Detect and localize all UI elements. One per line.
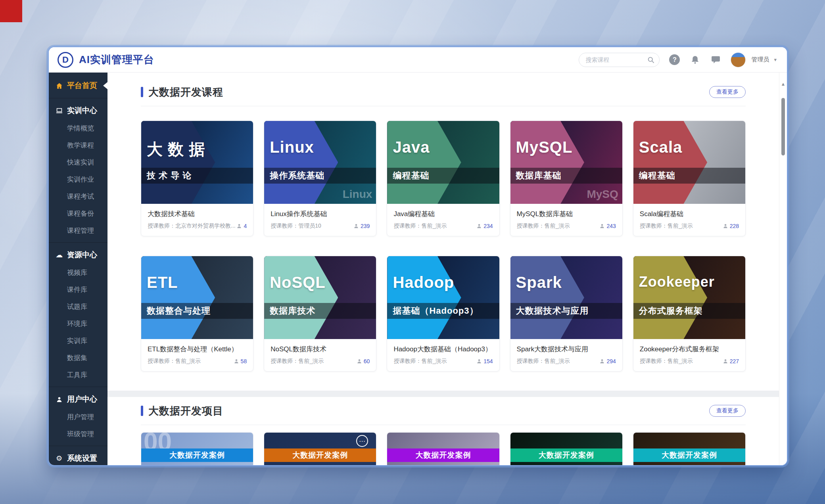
sidebar-item-class-management[interactable]: 班级管理 xyxy=(49,425,107,443)
section-divider xyxy=(141,425,746,425)
sidebar-divider xyxy=(49,98,107,98)
sidebar-item-learning-overview[interactable]: 学情概览 xyxy=(49,120,107,137)
section-gap xyxy=(107,391,779,397)
person-icon xyxy=(357,358,362,364)
project-thumbnail: ⋯ 大数据开发案例 xyxy=(264,433,376,466)
sidebar-item-label: 实训中心 xyxy=(67,105,97,116)
course-card[interactable]: ETL 数据整合与处理 ETL数据整合与处理（Kettle） 授课教师：售前_演… xyxy=(141,256,253,372)
banner-arrow-shape xyxy=(510,256,584,339)
project-card[interactable]: 大数据开发案例 xyxy=(387,432,499,466)
banner-title: Spark xyxy=(516,274,562,291)
banner-subtitle-band: 据基础（Hadoop3） xyxy=(387,303,499,319)
project-banner: 大数据开发案例 xyxy=(510,448,622,462)
student-count: 228 xyxy=(723,223,739,229)
scrollbar-up-icon[interactable]: ▲ xyxy=(779,81,787,87)
banner-arrow-shape xyxy=(264,121,338,204)
sidebar-item-user-center[interactable]: 用户中心 xyxy=(49,390,107,408)
sidebar-item-course-exams[interactable]: 课程考试 xyxy=(49,188,107,205)
person-icon xyxy=(476,358,482,364)
messages-chat-icon[interactable] xyxy=(710,54,721,65)
scrollbar-track[interactable]: ▲ xyxy=(779,73,787,466)
banner-arrow-shape xyxy=(633,256,707,339)
sidebar-item-user-management[interactable]: 用户管理 xyxy=(49,408,107,425)
project-thumbnail: 大数据开发案例 xyxy=(510,433,622,466)
project-banner: 大数据开发案例 xyxy=(141,448,253,462)
course-card[interactable]: Java 编程基础 Java编程基础 授课教师：售前_演示 234 xyxy=(387,121,499,236)
main-content: 大数据开发课程 查看更多 大 数 据 技 术 导 论 大数据技术基础 xyxy=(107,73,779,466)
person-icon xyxy=(723,358,728,364)
course-title: MySQL数据库基础 xyxy=(517,209,616,218)
chevron-down-icon[interactable]: ▾ xyxy=(774,57,777,63)
sidebar-item-training-homework[interactable]: 实训作业 xyxy=(49,171,107,188)
person-icon xyxy=(599,223,605,229)
sidebar-item-teaching-courses[interactable]: 教学课程 xyxy=(49,137,107,154)
notifications-bell-icon[interactable] xyxy=(689,54,700,65)
course-thumbnail: NoSQL 数据库技术 xyxy=(264,256,376,339)
course-card[interactable]: MySQL 数据库基础 MySQ MySQL数据库基础 授课教师：售前_演示 2… xyxy=(510,121,623,236)
student-count: 243 xyxy=(599,223,616,229)
view-more-button[interactable]: 查看更多 xyxy=(709,405,746,417)
sidebar-item-tool-library[interactable]: 工具库 xyxy=(49,366,107,383)
sidebar-item-system-settings[interactable]: ⚙ 系统设置 xyxy=(49,449,107,466)
course-thumbnail: ETL 数据整合与处理 xyxy=(141,256,253,339)
project-card[interactable]: ⋯ 大数据开发案例 xyxy=(264,432,376,466)
sidebar-item-training-library[interactable]: 实训库 xyxy=(49,332,107,349)
student-count: 4 xyxy=(236,223,247,229)
course-teacher: 授课教师：售前_演示 xyxy=(148,358,234,365)
course-thumbnail: Spark 大数据技术与应用 xyxy=(510,256,622,339)
banner-arrow-shape xyxy=(633,121,707,204)
project-banner: 大数据开发案例 xyxy=(264,448,376,462)
banner-watermark: MySQ xyxy=(587,188,618,201)
project-thumbnail: 大数据开发案例 xyxy=(633,433,745,466)
sidebar-item-quick-training[interactable]: 快速实训 xyxy=(49,154,107,171)
sidebar-item-training-center[interactable]: 实训中心 xyxy=(49,102,107,120)
sidebar-item-course-backup[interactable]: 课程备份 xyxy=(49,205,107,222)
course-card[interactable]: 大 数 据 技 术 导 论 大数据技术基础 授课教师：北京市对外贸易学校教...… xyxy=(141,121,253,236)
scrollbar-thumb[interactable] xyxy=(781,98,785,155)
banner-subtitle-band: 大数据技术与应用 xyxy=(510,303,622,319)
course-card[interactable]: Spark 大数据技术与应用 Spark大数据技术与应用 授课教师：售前_演示 … xyxy=(510,256,623,372)
banner-title: Java xyxy=(393,138,430,156)
course-thumbnail: Java 编程基础 xyxy=(387,121,499,204)
project-card[interactable]: 大数据开发案例 xyxy=(510,432,623,466)
course-card[interactable]: Linux 操作系统基础 Linux Linux操作系统基础 授课教师：管理员1… xyxy=(264,121,376,236)
course-thumbnail: Zookeeper 分布式服务框架 xyxy=(633,256,745,339)
course-teacher: 授课教师：北京市对外贸易学校教... xyxy=(148,222,236,230)
sidebar-item-question-library[interactable]: 试题库 xyxy=(49,298,107,315)
course-teacher: 授课教师：售前_演示 xyxy=(640,358,723,365)
course-title: Scala编程基础 xyxy=(640,209,739,218)
project-thumbnail: 大数据开发案例 xyxy=(387,433,499,466)
desktop-background: D AI实训管理平台 ? xyxy=(0,0,825,504)
search-icon[interactable] xyxy=(647,56,655,64)
banner-subtitle-band: 数据整合与处理 xyxy=(141,303,253,319)
banner-title: Linux xyxy=(270,138,314,156)
sidebar-item-course-management[interactable]: 课程管理 xyxy=(49,222,107,239)
project-banner: 大数据开发案例 xyxy=(387,448,499,462)
search-box xyxy=(579,53,660,67)
section-bigdata-courses: 大数据开发课程 查看更多 大 数 据 技 术 导 论 大数据技术基础 xyxy=(107,73,779,391)
sidebar-item-home[interactable]: 平台首页 xyxy=(49,77,107,95)
sidebar-item-courseware-library[interactable]: 课件库 xyxy=(49,281,107,298)
banner-title: 大 数 据 xyxy=(147,138,205,160)
sidebar-item-resource-center[interactable]: ☁ 资源中心 xyxy=(49,246,107,264)
help-icon[interactable]: ? xyxy=(669,54,680,65)
project-card[interactable]: 大数据开发案例 xyxy=(633,432,746,466)
sidebar-item-datasets[interactable]: 数据集 xyxy=(49,349,107,366)
view-more-button[interactable]: 查看更多 xyxy=(709,86,746,98)
course-title: Java编程基础 xyxy=(393,209,493,218)
course-title: ETL数据整合与处理（Kettle） xyxy=(148,345,247,354)
project-card[interactable]: 00 大数据开发案例 xyxy=(141,432,253,466)
course-card[interactable]: Hadoop 据基础（Hadoop3） Hadoop大数据基础（Hadoop3）… xyxy=(387,256,499,372)
sidebar-item-environment-library[interactable]: 环境库 xyxy=(49,315,107,332)
student-count: 234 xyxy=(476,223,493,229)
banner-subtitle-band: 技 术 导 论 xyxy=(141,168,253,184)
section-accent-bar xyxy=(141,406,143,416)
course-card[interactable]: NoSQL 数据库技术 NoSQL数据库技术 授课教师：售前_演示 60 xyxy=(264,256,376,372)
course-card[interactable]: Zookeeper 分布式服务框架 Zookeeper分布式服务框架 授课教师：… xyxy=(633,256,746,372)
sidebar-item-video-library[interactable]: 视频库 xyxy=(49,264,107,281)
course-teacher: 授课教师：售前_演示 xyxy=(640,222,723,230)
user-avatar[interactable] xyxy=(731,52,746,67)
sidebar-divider xyxy=(49,446,107,446)
course-card[interactable]: Scala 编程基础 Scala编程基础 授课教师：售前_演示 228 xyxy=(633,121,746,236)
course-thumbnail: Scala 编程基础 xyxy=(633,121,745,204)
